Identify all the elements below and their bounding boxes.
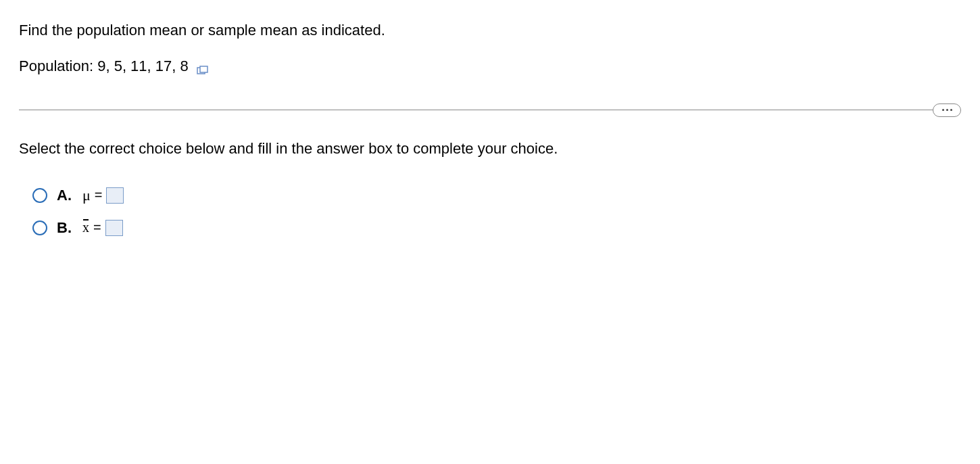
more-options-button[interactable] xyxy=(933,103,961,117)
ellipsis-icon xyxy=(950,109,952,111)
choice-a-radio[interactable] xyxy=(32,188,47,203)
choice-a-row: A. μ = xyxy=(32,184,961,207)
choice-b-formula: x = xyxy=(82,220,123,236)
choice-b-row: B. x = xyxy=(32,216,961,239)
population-data-line: Population: 9, 5, 11, 17, 8 xyxy=(19,57,961,75)
choice-b-radio[interactable] xyxy=(32,221,47,235)
x-bar-symbol: x xyxy=(82,220,89,235)
choice-b-letter: B. xyxy=(57,219,82,237)
choice-b-answer-input[interactable] xyxy=(105,220,123,236)
question-prompt: Find the population mean or sample mean … xyxy=(19,20,961,41)
answer-instruction: Select the correct choice below and fill… xyxy=(19,139,961,160)
section-divider xyxy=(19,101,961,120)
choice-a-formula: μ = xyxy=(82,187,124,204)
equals-sign: = xyxy=(93,220,101,235)
choice-list: A. μ = B. x = xyxy=(19,184,961,239)
population-values: Population: 9, 5, 11, 17, 8 xyxy=(19,57,189,75)
mu-symbol: μ xyxy=(82,187,91,204)
divider-line xyxy=(19,110,961,110)
copy-icon[interactable] xyxy=(197,62,209,71)
choice-a-answer-input[interactable] xyxy=(106,187,124,204)
equals-sign: = xyxy=(95,187,103,203)
ellipsis-icon xyxy=(942,109,944,111)
svg-rect-1 xyxy=(200,66,207,72)
ellipsis-icon xyxy=(946,109,948,111)
choice-a-letter: A. xyxy=(57,187,82,204)
